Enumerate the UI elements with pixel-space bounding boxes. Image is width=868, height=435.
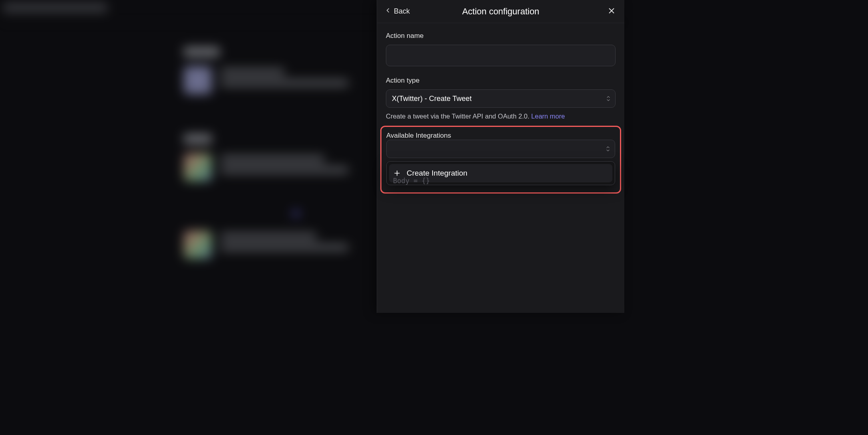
integrations-label: Available Integrations: [386, 132, 451, 139]
learn-more-link[interactable]: Learn more: [531, 113, 565, 120]
panel-body: Action name Action type X(Twitter) - Cre…: [377, 23, 624, 194]
panel-header: Back Action configuration: [377, 0, 624, 23]
chevron-left-icon: [384, 7, 391, 16]
action-type-label: Action type: [386, 77, 616, 85]
back-button-label: Back: [394, 7, 410, 16]
body-peek-label: Body = {}: [393, 177, 430, 185]
action-type-selected-value: X(Twitter) - Create Tweet: [392, 95, 472, 103]
create-integration-label: Create Integration: [407, 169, 467, 178]
panel-title: Action configuration: [377, 6, 624, 17]
close-button[interactable]: [606, 6, 617, 17]
integrations-select[interactable]: [386, 140, 615, 158]
integrations-highlight: Available Integrations C: [380, 126, 621, 194]
action-name-label: Action name: [386, 32, 616, 40]
integrations-dropdown: Create Integration Body = {}: [386, 161, 615, 185]
helper-text-content: Create a tweet via the Twitter API and O…: [386, 113, 531, 120]
action-configuration-panel: Back Action configuration Action name Ac…: [377, 0, 624, 313]
action-name-input[interactable]: [386, 45, 616, 66]
action-type-select[interactable]: X(Twitter) - Create Tweet: [386, 89, 616, 108]
close-icon: [607, 6, 616, 16]
action-type-helper: Create a tweet via the Twitter API and O…: [386, 113, 616, 120]
plus-icon: [393, 169, 401, 177]
back-button[interactable]: Back: [384, 7, 410, 16]
